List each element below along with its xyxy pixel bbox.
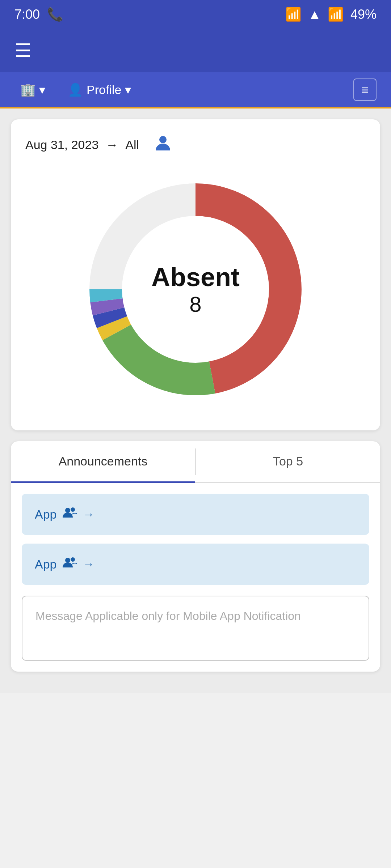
signal-icon: 📶 bbox=[328, 7, 344, 22]
announcement-label-1: App bbox=[35, 507, 57, 522]
hamburger-icon: ☰ bbox=[14, 40, 31, 61]
tab-announcements[interactable]: Announcements bbox=[11, 441, 195, 483]
message-placeholder: Message Applicable only for Mobile App N… bbox=[35, 609, 301, 622]
chart-person-icon bbox=[154, 134, 172, 156]
announcement-label-2: App bbox=[35, 557, 57, 571]
svg-point-12 bbox=[71, 507, 75, 512]
status-bar-right: 📶 ▲ 📶 49% bbox=[285, 7, 377, 22]
message-input-box[interactable]: Message Applicable only for Mobile App N… bbox=[22, 596, 369, 661]
tab-top5[interactable]: Top 5 bbox=[196, 441, 380, 483]
tab-announcements-label: Announcements bbox=[59, 454, 148, 468]
nav-menu-icon: ≡ bbox=[361, 83, 369, 97]
profile-arrow: ▾ bbox=[125, 82, 131, 97]
profile-person-icon: 👤 bbox=[68, 82, 83, 97]
wifi-icon: ▲ bbox=[308, 7, 321, 22]
nav-menu-button[interactable]: ≡ bbox=[353, 78, 377, 101]
hamburger-button[interactable]: ☰ bbox=[14, 41, 31, 60]
chart-card: Aug 31, 2023 → All bbox=[11, 119, 380, 430]
profile-nav-button[interactable]: 👤 Profile ▾ bbox=[62, 80, 137, 99]
profile-label: Profile bbox=[87, 83, 121, 97]
announcement-arrow-icon-2: → bbox=[83, 558, 94, 571]
announcement-users-icon-2 bbox=[63, 557, 77, 572]
tabs-header: Announcements Top 5 bbox=[11, 441, 380, 483]
announcement-users-icon-1 bbox=[63, 507, 77, 522]
announcement-item-1[interactable]: App → bbox=[22, 494, 369, 535]
time-display: 7:00 bbox=[14, 7, 40, 22]
org-icon: 🏢 bbox=[20, 82, 35, 97]
announcement-item-2[interactable]: App → bbox=[22, 544, 369, 585]
status-bar-left: 7:00 📞 bbox=[14, 7, 63, 22]
org-nav-button[interactable]: 🏢 ▾ bbox=[14, 80, 51, 99]
main-content: Aug 31, 2023 → All bbox=[0, 109, 391, 693]
org-arrow: ▾ bbox=[39, 82, 45, 97]
svg-point-14 bbox=[71, 557, 75, 562]
svg-point-11 bbox=[65, 508, 70, 513]
battery-display: 49% bbox=[350, 7, 377, 22]
header: ☰ bbox=[0, 29, 391, 72]
donut-chart-container: Absent 8 bbox=[25, 166, 366, 412]
chart-range-label: All bbox=[125, 138, 139, 152]
announcement-arrow-icon-1: → bbox=[83, 508, 94, 521]
svg-point-0 bbox=[159, 136, 167, 143]
svg-point-13 bbox=[65, 558, 70, 563]
chart-date-label: Aug 31, 2023 bbox=[25, 138, 98, 152]
tabs-card: Announcements Top 5 App → bbox=[11, 441, 380, 672]
donut-chart-svg bbox=[83, 177, 308, 401]
chart-arrow: → bbox=[106, 138, 118, 152]
svg-point-10 bbox=[125, 219, 266, 360]
sub-nav: 🏢 ▾ 👤 Profile ▾ ≡ bbox=[0, 72, 391, 109]
announcements-list: App → App bbox=[11, 483, 380, 596]
call-icon: 📶 bbox=[285, 7, 302, 22]
phone-icon: 📞 bbox=[47, 7, 63, 22]
chart-header: Aug 31, 2023 → All bbox=[25, 134, 366, 156]
status-bar: 7:00 📞 📶 ▲ 📶 49% bbox=[0, 0, 391, 29]
tab-top5-label: Top 5 bbox=[273, 454, 303, 468]
